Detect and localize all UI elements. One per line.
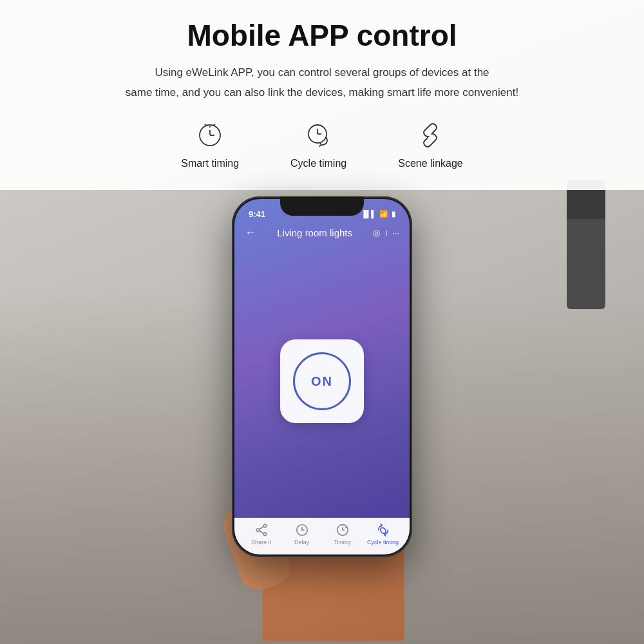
subtitle-line1: Using eWeLink APP, you can control sever… [155,66,489,79]
share-icon [254,523,269,537]
signal-icon: ▐▌▌ [361,210,376,218]
status-icons: ▐▌▌ 📶 ▮ [361,210,395,218]
nav-timing-label: Timing [334,539,351,545]
phone-section: 9:41 ▐▌▌ 📶 ▮ ← Living room lights ◎ [0,190,644,644]
on-button-inner: ON [293,352,351,410]
cycle-timing-nav-icon [376,523,390,537]
nav-share-label: Share it [251,539,271,545]
nav-timing[interactable]: Timing [325,523,360,545]
on-label: ON [311,374,333,389]
link-icon [416,121,444,149]
svg-line-13 [259,531,263,533]
record-icon[interactable]: ◎ [373,228,380,238]
subtitle: Using eWeLink APP, you can control sever… [126,63,518,102]
phone-frame: 9:41 ▐▌▌ 📶 ▮ ← Living room lights ◎ [232,196,412,557]
delay-icon [295,523,309,537]
hand-phone-container: 9:41 ▐▌▌ 📶 ▮ ← Living room lights ◎ [213,196,431,621]
more-icon[interactable]: ··· [392,228,399,238]
on-button[interactable]: ON [280,339,364,423]
features-row: Smart timing Cycle timing [181,118,462,169]
nav-cycle-timing[interactable]: Cycle timing [365,523,401,545]
wifi-icon: 📶 [379,210,388,218]
phone-screen: 9:41 ▐▌▌ 📶 ▮ ← Living room lights ◎ [234,199,410,554]
nav-delay[interactable]: Delay [284,523,319,545]
phone-status-bar: 9:41 ▐▌▌ 📶 ▮ [234,199,410,222]
scene-linkage-label: Scene linkage [398,158,463,169]
back-button[interactable]: ← [245,226,256,240]
nav-delay-label: Delay [294,539,309,545]
nav-share[interactable]: Share it [243,523,279,545]
smart-timing-label: Smart timing [181,158,239,169]
clock-icon [196,121,224,149]
feature-cycle-timing: Cycle timing [290,118,346,169]
feature-scene-linkage: Scene linkage [398,118,463,169]
page-title: Mobile APP control [187,18,457,53]
nav-cycle-timing-label: Cycle timing [367,539,399,545]
svg-line-5 [213,124,215,126]
scene-linkage-icon-container [413,118,448,153]
svg-point-10 [256,529,260,532]
timing-icon [336,523,350,537]
info-icon[interactable]: i [385,228,387,238]
content-wrapper: Mobile APP control Using eWeLink APP, yo… [0,0,644,644]
cycle-timing-icon-container [301,118,336,153]
svg-point-11 [263,533,267,536]
svg-point-9 [263,524,267,527]
phone-app-title: Living room lights [277,227,352,238]
smart-timing-icon-container [193,118,227,153]
phone-header: ← Living room lights ◎ i ··· [234,222,410,245]
svg-line-16 [345,527,346,528]
cycle-clock-icon [305,121,333,149]
subtitle-line2: same time, and you can also link the dev… [126,86,518,99]
svg-line-12 [259,527,263,529]
feature-smart-timing: Smart timing [181,118,239,169]
phone-content: ON [234,245,410,518]
battery-icon: ▮ [392,210,395,218]
cycle-timing-label: Cycle timing [290,158,346,169]
phone-header-icons: ◎ i ··· [373,228,399,238]
top-section: Mobile APP control Using eWeLink APP, yo… [0,0,644,190]
phone-bottom-nav: Share it Delay [234,518,410,554]
status-time: 9:41 [249,209,265,219]
svg-line-4 [205,124,207,126]
